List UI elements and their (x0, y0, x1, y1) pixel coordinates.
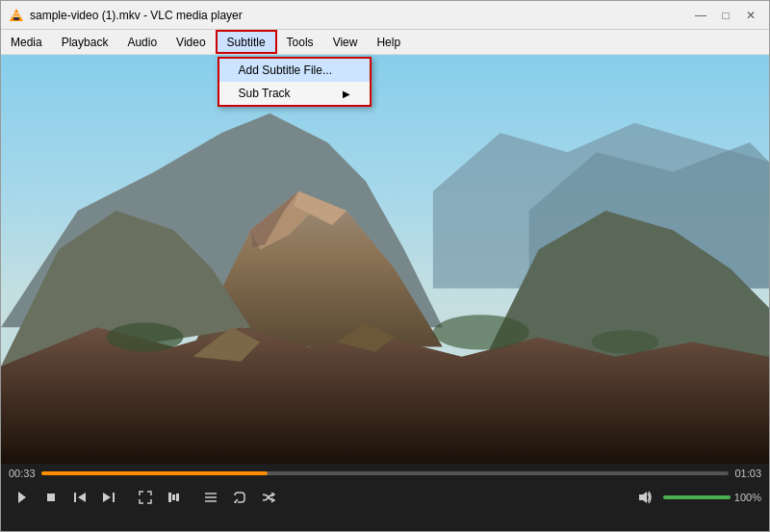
svg-rect-1 (13, 17, 19, 20)
next-button[interactable] (95, 485, 122, 510)
menu-playback[interactable]: Playback (52, 30, 118, 54)
title-bar: sample-video (1).mkv - VLC media player … (1, 1, 769, 30)
menu-media-label: Media (11, 36, 42, 49)
menu-video[interactable]: Video (167, 30, 215, 54)
menu-subtitle-label: Subtitle (227, 36, 266, 49)
volume-bar-fill (663, 495, 731, 499)
play-button[interactable] (9, 485, 36, 510)
maximize-button[interactable]: □ (715, 5, 736, 26)
svg-point-18 (433, 315, 529, 349)
menu-view-label: View (333, 36, 358, 49)
menu-view[interactable]: View (323, 30, 368, 54)
svg-rect-24 (113, 493, 115, 502)
progress-bar-fill (41, 471, 269, 475)
svg-rect-21 (47, 494, 55, 501)
menu-media[interactable]: Media (1, 30, 52, 54)
svg-rect-22 (74, 493, 76, 502)
window-controls: — □ ✕ (690, 5, 761, 26)
menu-help[interactable]: Help (367, 30, 410, 54)
vlc-window: sample-video (1).mkv - VLC media player … (0, 0, 770, 532)
fullscreen-button[interactable] (132, 485, 159, 510)
menu-bar: Media Playback Audio Video Subtitle Add … (1, 30, 769, 55)
stop-button[interactable] (38, 485, 64, 510)
svg-marker-23 (78, 493, 86, 502)
time-total: 01:03 (734, 468, 761, 479)
menu-video-label: Video (176, 36, 205, 49)
menu-help-label: Help (376, 36, 400, 49)
menu-audio-label: Audio (127, 36, 157, 49)
menu-audio[interactable]: Audio (117, 30, 167, 54)
volume-icon-button[interactable] (632, 485, 659, 510)
close-button[interactable]: ✕ (740, 5, 761, 26)
svg-marker-20 (18, 492, 26, 503)
svg-point-19 (591, 330, 658, 353)
menu-playback-label: Playback (62, 36, 109, 49)
window-title: sample-video (1).mkv - VLC media player (30, 9, 690, 22)
video-area[interactable] (1, 55, 769, 464)
extended-view-button[interactable] (161, 485, 188, 510)
svg-point-17 (107, 322, 184, 351)
app-icon (9, 8, 24, 23)
svg-rect-28 (176, 494, 179, 501)
prev-button[interactable] (66, 485, 93, 510)
playlist-button[interactable] (197, 485, 224, 510)
subtitle-dropdown: Add Subtitle File... Sub Track ▶ (218, 57, 372, 107)
add-subtitle-label: Add Subtitle File... (239, 63, 332, 77)
volume-area: 100% (632, 485, 761, 510)
sub-track-label: Sub Track (239, 87, 291, 100)
time-current: 00:33 (9, 468, 36, 479)
svg-marker-32 (639, 492, 647, 503)
sub-track-arrow-icon: ▶ (343, 89, 350, 99)
menu-tools-label: Tools (287, 36, 314, 49)
loop-button[interactable] (226, 485, 253, 510)
random-button[interactable] (255, 485, 282, 510)
controls-row: 100% (9, 485, 761, 510)
svg-rect-27 (172, 494, 175, 500)
menu-subtitle[interactable]: Subtitle Add Subtitle File... Sub Track … (216, 30, 277, 54)
menu-tools[interactable]: Tools (277, 30, 323, 54)
add-subtitle-item[interactable]: Add Subtitle File... (219, 59, 370, 82)
volume-bar[interactable] (663, 495, 731, 499)
progress-bar[interactable] (41, 471, 730, 475)
controls-bar: 00:33 01:03 (1, 464, 769, 531)
sub-track-item[interactable]: Sub Track ▶ (219, 82, 370, 105)
volume-percent: 100% (734, 492, 761, 503)
svg-rect-26 (168, 493, 171, 502)
svg-marker-25 (103, 493, 111, 502)
progress-area: 00:33 01:03 (9, 468, 761, 479)
minimize-button[interactable]: — (690, 5, 711, 26)
